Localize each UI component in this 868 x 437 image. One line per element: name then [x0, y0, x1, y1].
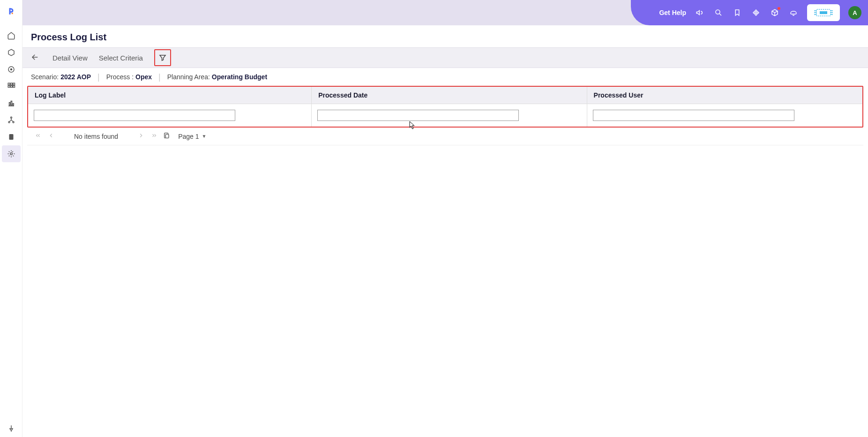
chart-icon[interactable] — [2, 95, 21, 112]
clipboard-icon[interactable] — [2, 128, 21, 145]
back-button[interactable] — [29, 51, 41, 65]
svg-rect-15 — [9, 134, 13, 140]
detail-view-link[interactable]: Detail View — [52, 54, 88, 62]
cube-icon[interactable] — [770, 8, 780, 18]
user-avatar[interactable]: A — [848, 6, 861, 19]
bell-icon[interactable] — [788, 8, 799, 18]
search-icon[interactable] — [713, 8, 724, 18]
svg-rect-6 — [8, 86, 10, 88]
notification-dot — [778, 7, 780, 10]
page-next-icon[interactable] — [137, 131, 145, 141]
svg-point-12 — [10, 117, 12, 118]
get-help-link[interactable]: Get Help — [659, 9, 686, 16]
page-prev-icon[interactable] — [47, 131, 55, 141]
planning-area-value: Operating Budget — [212, 73, 267, 81]
processed-user-header: Processed User — [587, 87, 862, 104]
pin-icon[interactable] — [2, 420, 21, 437]
breadcrumb: Scenario: 2022 AOP | Process : Opex | Pl… — [22, 68, 868, 86]
svg-rect-7 — [10, 86, 12, 88]
svg-rect-8 — [13, 86, 15, 88]
process-label: Process : — [106, 73, 134, 81]
announce-icon[interactable] — [695, 8, 705, 18]
svg-rect-26 — [166, 134, 169, 138]
page-indicator[interactable]: Page 1 ▼ — [178, 133, 206, 140]
bookmark-icon[interactable] — [732, 8, 742, 18]
pager-status: No items found — [74, 133, 118, 140]
pagination-bar: No items found Page 1 ▼ — [27, 128, 863, 145]
svg-point-2 — [10, 69, 12, 70]
scenario-label: Scenario: — [31, 73, 59, 81]
processed-user-input[interactable] — [593, 110, 794, 121]
planning-area-label: Planning Area: — [167, 73, 210, 81]
page-first-icon[interactable] — [34, 131, 42, 141]
svg-point-0 — [11, 13, 13, 14]
page-last-icon[interactable] — [150, 131, 158, 141]
processed-date-header: Processed Date — [312, 87, 586, 104]
process-value: Opex — [135, 73, 152, 81]
svg-rect-9 — [9, 103, 10, 105]
svg-point-16 — [10, 153, 12, 155]
svg-rect-5 — [13, 83, 15, 85]
scenario-value: 2022 AOP — [60, 73, 91, 81]
settings-icon[interactable] — [2, 145, 21, 162]
package-icon[interactable] — [2, 44, 21, 61]
log-label-header: Log Label — [28, 87, 311, 104]
filter-panel: Log Label Processed Date Processed User — [27, 86, 863, 128]
processed-date-input[interactable] — [317, 110, 519, 121]
select-criteria-link[interactable]: Select Criteria — [99, 54, 143, 62]
svg-rect-19 — [820, 11, 827, 14]
svg-rect-3 — [8, 83, 10, 85]
hierarchy-icon[interactable] — [2, 112, 21, 128]
copy-icon[interactable] — [163, 132, 171, 141]
crosshair-icon[interactable] — [751, 8, 761, 18]
separator: | — [158, 73, 161, 81]
grid-icon[interactable] — [2, 78, 21, 95]
filter-button[interactable] — [154, 49, 171, 66]
app-logo — [5, 5, 18, 18]
chevron-down-icon: ▼ — [202, 134, 207, 139]
hardware-chip-widget[interactable] — [807, 4, 840, 21]
svg-point-14 — [13, 121, 14, 123]
home-icon[interactable] — [2, 27, 21, 44]
top-header: Get Help A — [22, 0, 868, 25]
page-title: Process Log List — [22, 25, 868, 47]
log-label-input[interactable] — [34, 110, 235, 121]
left-sidebar — [0, 0, 22, 437]
target-icon[interactable] — [2, 61, 21, 78]
svg-point-13 — [8, 121, 10, 123]
svg-point-17 — [716, 10, 720, 14]
svg-rect-11 — [13, 104, 14, 105]
svg-rect-4 — [10, 83, 12, 85]
svg-rect-10 — [11, 101, 12, 105]
toolbar: Detail View Select Criteria — [22, 47, 868, 68]
separator: | — [97, 73, 100, 81]
